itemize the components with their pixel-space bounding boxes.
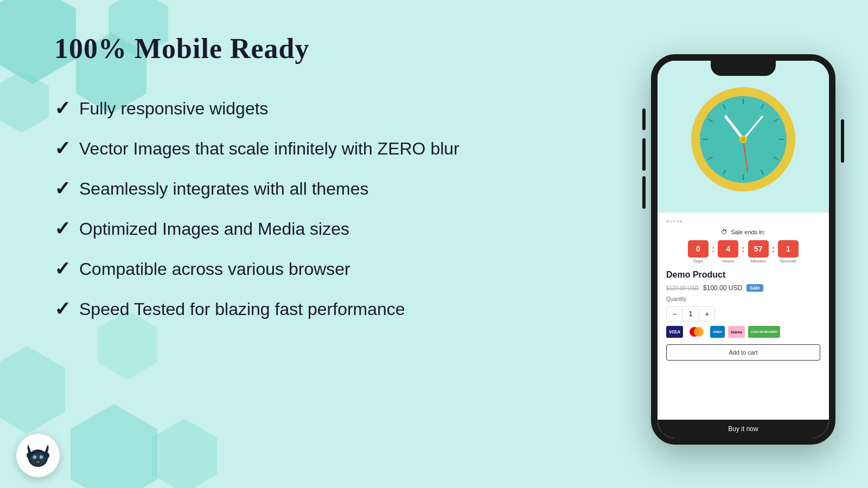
checkmark-icon-4: ✓ <box>54 217 71 240</box>
phone-mockup: AYYYA ⏱ Sale ends in: 0 Days : <box>651 54 835 445</box>
payment-icons: VISA AMEX klarna CASH ON DELIVERY <box>666 326 820 338</box>
feature-item-4: ✓ Optimized Images and Media sizes <box>54 217 608 240</box>
countdown-timer: 0 Days : 4 Hours : 57 Minutes <box>666 240 820 264</box>
minutes-value: 57 <box>748 240 769 258</box>
feature-item-6: ✓ Speed Tested for blazing fast performa… <box>54 298 608 320</box>
countdown-hours: 4 Hours <box>718 240 738 264</box>
sale-header: ⏱ Sale ends in: <box>666 228 820 236</box>
minutes-label: Minutes <box>751 259 766 264</box>
product-name: Demo Product <box>666 270 820 280</box>
bull-svg <box>22 439 54 472</box>
hours-value: 4 <box>718 240 738 258</box>
svg-point-18 <box>741 137 745 142</box>
feature-item-1: ✓ Fully responsive widgets <box>54 97 608 120</box>
mastercard-icon <box>686 326 707 338</box>
cash-on-delivery-icon: CASH ON DELIVERY <box>748 326 780 338</box>
seconds-value: 1 <box>778 240 799 258</box>
checkmark-icon-6: ✓ <box>54 298 71 320</box>
phone-button-power <box>841 119 844 163</box>
quantity-decrease-button[interactable]: − <box>667 307 682 321</box>
main-content: 100% Mobile Ready ✓ Fully responsive wid… <box>0 0 868 488</box>
feature-text-3: Seamlessly integrates with all themes <box>79 179 369 199</box>
add-to-cart-button[interactable]: Add to cart <box>666 344 820 361</box>
checkmark-icon-3: ✓ <box>54 177 71 200</box>
clock-svg <box>689 85 797 194</box>
phone-button-vol-down <box>642 176 646 209</box>
feature-text-5: Compatible across various browser <box>79 259 350 279</box>
feature-text-2: Vector Images that scale infinitely with… <box>79 139 459 159</box>
phone-button-vol-up <box>642 138 646 171</box>
klarna-icon: klarna <box>728 326 745 338</box>
feature-text-6: Speed Tested for blazing fast performanc… <box>79 299 405 319</box>
quantity-control: − 1 + <box>666 306 715 322</box>
quantity-label: Quantity <box>666 296 820 302</box>
feature-item-3: ✓ Seamlessly integrates with all themes <box>54 177 608 200</box>
days-label: Days <box>693 259 703 264</box>
phone-button-silent <box>642 108 646 130</box>
phone-wrapper: AYYYA ⏱ Sale ends in: 0 Days : <box>651 54 835 445</box>
brand-label: AYYYA <box>666 219 820 224</box>
amex-icon: AMEX <box>710 326 725 338</box>
separator-2: : <box>742 245 744 254</box>
phone-screen: AYYYA ⏱ Sale ends in: 0 Days : <box>658 61 829 438</box>
feature-text-1: Fully responsive widgets <box>79 99 269 119</box>
separator-1: : <box>712 245 714 254</box>
countdown-seconds: 1 Seconds <box>778 240 799 264</box>
original-price: $120.00 USD <box>666 285 699 291</box>
quantity-value: 1 <box>682 308 699 320</box>
feature-text-4: Optimized Images and Media sizes <box>79 219 349 239</box>
countdown-minutes: 57 Minutes <box>748 240 769 264</box>
clock-area <box>658 61 829 213</box>
seconds-label: Seconds <box>780 259 796 264</box>
countdown-days: 0 Days <box>688 240 709 264</box>
left-panel: 100% Mobile Ready ✓ Fully responsive wid… <box>0 0 640 488</box>
quantity-increase-button[interactable]: + <box>699 307 714 321</box>
bull-logo <box>16 434 60 477</box>
page-title: 100% Mobile Ready <box>54 33 608 65</box>
svg-point-30 <box>41 457 42 458</box>
sale-badge: Sale <box>746 284 763 292</box>
checkmark-icon-2: ✓ <box>54 137 71 160</box>
checkmark-icon-5: ✓ <box>54 258 71 280</box>
sale-ends-text: Sale ends in: <box>731 229 765 235</box>
product-area: AYYYA ⏱ Sale ends in: 0 Days : <box>658 213 829 420</box>
svg-point-29 <box>34 457 35 458</box>
buy-now-bar[interactable]: Buy it now <box>658 420 829 438</box>
bull-logo-circle <box>16 434 60 477</box>
days-value: 0 <box>688 240 709 258</box>
separator-3: : <box>772 245 775 254</box>
sale-timer-icon: ⏱ <box>721 228 727 236</box>
feature-item-2: ✓ Vector Images that scale infinitely wi… <box>54 137 608 160</box>
hours-label: Hours <box>723 259 734 264</box>
features-list: ✓ Fully responsive widgets ✓ Vector Imag… <box>54 97 608 320</box>
visa-icon: VISA <box>666 326 683 338</box>
current-price: $100.00 USD <box>703 284 742 292</box>
checkmark-icon-1: ✓ <box>54 97 71 120</box>
svg-point-20 <box>694 327 704 337</box>
right-panel: AYYYA ⏱ Sale ends in: 0 Days : <box>640 0 868 488</box>
price-row: $120.00 USD $100.00 USD Sale <box>666 284 820 292</box>
feature-item-5: ✓ Compatible across various browser <box>54 258 608 280</box>
